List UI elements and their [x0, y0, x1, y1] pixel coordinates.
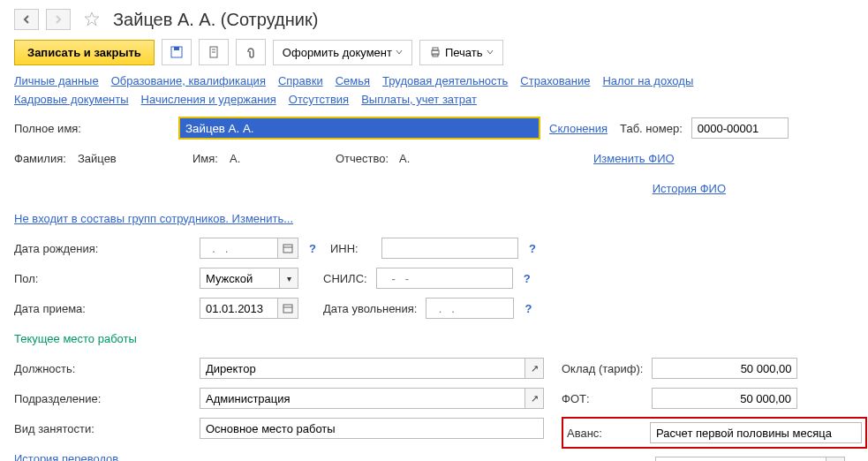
- workplace-header: Текущее место работы: [14, 332, 137, 345]
- tab-accruals[interactable]: Начисления и удержания: [141, 93, 276, 106]
- position-label: Должность:: [14, 362, 191, 375]
- tab-education[interactable]: Образование, квалификация: [111, 74, 266, 87]
- fire-date-input[interactable]: [426, 298, 514, 319]
- toolbar: Записать и закрыть Оформить документ Печ…: [0, 35, 868, 74]
- fot-label: ФОТ:: [562, 392, 643, 405]
- gender-dropdown-button[interactable]: ▾: [279, 268, 298, 289]
- surname-label: Фамилия:: [14, 152, 69, 165]
- full-name-label: Полное имя:: [14, 122, 170, 135]
- form-area: Полное имя: Склонения Таб. номер: Фамили…: [0, 111, 868, 461]
- patronymic-label: Отчество:: [336, 152, 390, 165]
- tabs-row-1: Личные данные Образование, квалификация …: [0, 74, 868, 93]
- salary-input[interactable]: [652, 358, 797, 379]
- position-open-button[interactable]: ↗: [525, 358, 544, 379]
- birth-input[interactable]: [200, 238, 277, 259]
- fire-label: Дата увольнения:: [323, 302, 417, 315]
- hire-calendar-button[interactable]: [277, 298, 298, 319]
- advance-label: Аванс:: [567, 427, 641, 440]
- print-button[interactable]: Печать: [419, 40, 503, 65]
- hire-date-input[interactable]: [200, 298, 277, 319]
- advance-highlight: Аванс:: [562, 417, 867, 449]
- tab-family[interactable]: Семья: [336, 74, 370, 87]
- emp-type-label: Вид занятости:: [14, 422, 191, 435]
- forward-button[interactable]: [46, 9, 71, 30]
- svg-rect-10: [283, 305, 292, 313]
- fire-help-icon[interactable]: ?: [525, 302, 532, 315]
- inn-help-icon[interactable]: ?: [529, 242, 536, 255]
- emp-type-input[interactable]: [200, 418, 544, 439]
- fot-input[interactable]: [652, 388, 797, 409]
- snils-label: СНИЛС:: [323, 272, 367, 285]
- snils-help-icon[interactable]: ?: [524, 272, 531, 285]
- tab-payments[interactable]: Выплаты, учет затрат: [361, 93, 477, 106]
- tab-personal[interactable]: Личные данные: [14, 74, 99, 87]
- name-label: Имя:: [192, 152, 221, 165]
- attachment-button[interactable]: [236, 39, 266, 65]
- birth-help-icon[interactable]: ?: [309, 242, 316, 255]
- position-input[interactable]: [200, 358, 525, 379]
- tab-employment[interactable]: Трудовая деятельность: [382, 74, 508, 87]
- save-close-button[interactable]: Записать и закрыть: [14, 40, 155, 65]
- format-document-button[interactable]: Оформить документ: [273, 40, 412, 65]
- tab-insurance[interactable]: Страхование: [520, 74, 590, 87]
- birth-calendar-button[interactable]: [277, 238, 298, 259]
- svg-rect-1: [174, 47, 179, 50]
- dept-open-button[interactable]: ↗: [525, 388, 544, 409]
- snils-input[interactable]: [376, 268, 513, 289]
- tab-num-label: Таб. номер:: [620, 122, 683, 135]
- inn-label: ИНН:: [330, 242, 373, 255]
- schedule-open-button[interactable]: ↗: [826, 457, 845, 461]
- tab-num-input[interactable]: [691, 117, 789, 139]
- patronymic-value: А.: [399, 152, 585, 165]
- tab-income-tax[interactable]: Налог на доходы: [602, 74, 693, 87]
- tab-absences[interactable]: Отсутствия: [289, 93, 349, 106]
- history-fio-link[interactable]: История ФИО: [653, 182, 726, 195]
- declensions-link[interactable]: Склонения: [549, 122, 608, 135]
- document-button[interactable]: [199, 39, 229, 65]
- name-value: А.: [230, 152, 327, 165]
- groups-link[interactable]: Не входит в составы групп сотрудников. И…: [14, 212, 293, 225]
- full-name-input[interactable]: [178, 117, 540, 140]
- gender-label: Пол:: [14, 272, 191, 285]
- tab-references[interactable]: Справки: [278, 74, 323, 87]
- advance-input[interactable]: [650, 422, 862, 443]
- svg-rect-6: [433, 48, 438, 50]
- tab-hr-docs[interactable]: Кадровые документы: [14, 93, 129, 106]
- hire-label: Дата приема:: [14, 302, 191, 315]
- tabs-row-2: Кадровые документы Начисления и удержани…: [0, 93, 868, 111]
- header: Зайцев А. А. (Сотрудник): [0, 0, 868, 35]
- transfers-link[interactable]: История переводов: [14, 452, 118, 462]
- gender-input[interactable]: [200, 268, 279, 289]
- save-button[interactable]: [162, 39, 192, 65]
- salary-label: Оклад (тариф):: [562, 362, 643, 375]
- change-fio-link[interactable]: Изменить ФИО: [593, 152, 675, 165]
- back-button[interactable]: [14, 9, 39, 30]
- dept-input[interactable]: [200, 388, 525, 409]
- inn-input[interactable]: [381, 238, 518, 259]
- schedule-input[interactable]: [655, 457, 826, 461]
- favorite-icon[interactable]: [83, 11, 101, 28]
- dept-label: Подразделение:: [14, 392, 191, 405]
- surname-value: Зайцев: [78, 152, 184, 165]
- page-title: Зайцев А. А. (Сотрудник): [113, 10, 318, 30]
- svg-rect-8: [283, 245, 292, 253]
- birth-label: Дата рождения:: [14, 242, 191, 255]
